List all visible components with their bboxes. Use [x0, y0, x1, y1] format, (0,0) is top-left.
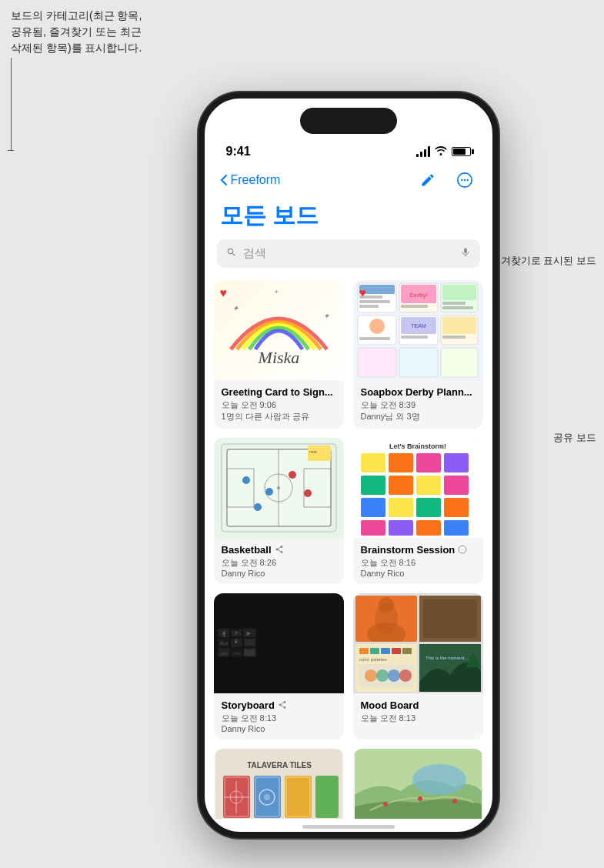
search-icon	[226, 247, 237, 260]
svg-rect-32	[399, 348, 438, 377]
svg-point-93	[379, 597, 394, 613]
board-subtitle-greeting: 1명의 다른 사람과 공유	[222, 411, 336, 422]
svg-rect-20	[442, 306, 473, 309]
svg-text:TEAM: TEAM	[411, 323, 426, 329]
svg-point-127	[418, 796, 422, 801]
svg-text:✦: ✦	[273, 289, 279, 295]
svg-rect-52	[361, 476, 385, 495]
svg-point-22	[369, 319, 385, 334]
svg-point-64	[459, 546, 466, 553]
svg-point-41	[242, 476, 250, 484]
board-thumbnail-storyboard	[214, 593, 344, 693]
home-indicator	[205, 819, 492, 832]
svg-text:Miska: Miska	[257, 348, 299, 367]
svg-rect-57	[389, 498, 413, 517]
svg-point-106	[388, 669, 400, 682]
board-info-storyboard: Storyboard 오늘 오전 8:13 Danny Rico	[214, 693, 344, 739]
board-thumbnail-greeting: ♥ Miska ✦ ✦ ✦	[214, 280, 344, 380]
phone-frame: 9:41 Freeform	[199, 92, 499, 838]
svg-point-126	[383, 802, 388, 806]
svg-rect-30	[442, 336, 466, 339]
board-info-greeting: Greeting Card to Sign... 오늘 오전 9:06 1명의 …	[214, 380, 344, 429]
svg-rect-69	[218, 638, 229, 646]
svg-rect-33	[441, 348, 478, 377]
annotation-top: 보드의 카테고리(최근 항목, 공유됨, 즐겨찾기 또는 최근 삭제된 항목)를…	[0, 0, 185, 64]
board-card-moodboard[interactable]: color palettes Thi	[353, 593, 483, 739]
board-info-moodboard: Mood Board 오늘 오전 8:13	[353, 693, 483, 730]
board-card-brainstorm[interactable]: Let's Brainstorm!	[353, 438, 483, 584]
svg-rect-88	[244, 639, 255, 646]
svg-point-120	[264, 794, 270, 800]
svg-rect-81	[232, 630, 242, 636]
board-subtitle-brainstorm: Danny Rico	[361, 569, 476, 578]
boards-scroll-area[interactable]: ♥ Miska ✦ ✦ ✦	[205, 280, 492, 819]
favorite-icon-greeting: ♥	[220, 286, 228, 300]
search-placeholder: 검색	[243, 246, 454, 261]
status-time: 9:41	[226, 145, 251, 159]
svg-point-128	[452, 799, 457, 803]
svg-rect-101	[402, 648, 412, 654]
board-title-moodboard: Mood Board	[361, 699, 419, 711]
svg-rect-98	[370, 648, 379, 654]
search-bar[interactable]: 검색	[217, 239, 480, 268]
svg-rect-48	[361, 453, 385, 472]
svg-rect-51	[444, 453, 469, 472]
board-card-soapbox[interactable]: ♥ Derby!	[353, 280, 483, 429]
svg-rect-100	[392, 648, 401, 654]
compose-button[interactable]	[415, 168, 440, 192]
favorite-icon-soapbox: ♥	[359, 286, 367, 300]
svg-rect-121	[285, 776, 312, 818]
annotation-favorite: 즐겨찾기로 표시된 보드	[491, 254, 596, 268]
board-grid: ♥ Miska ✦ ✦ ✦	[205, 280, 492, 739]
board-thumbnail-basketball: note	[214, 438, 344, 538]
svg-rect-95	[423, 599, 477, 638]
svg-rect-23	[359, 337, 390, 340]
board-card-map[interactable]	[353, 749, 483, 819]
svg-point-107	[399, 669, 412, 682]
board-date-basketball: 오늘 오전 8:26	[222, 557, 336, 569]
svg-point-45	[304, 489, 312, 497]
board-info-basketball: Basketball 오늘 오전 8:26 Danny Rico	[214, 538, 344, 584]
svg-text:color palettes: color palettes	[359, 657, 387, 662]
nav-back-label: Freeform	[231, 173, 281, 187]
board-title-basketball: Basketball	[222, 544, 272, 556]
share-icon-storyboard	[278, 700, 287, 711]
board-card-basketball[interactable]: note Basketball 오늘 오전 8:26 Danny Rico	[214, 438, 344, 584]
board-card-talavera[interactable]: TALAVERA TILES	[214, 749, 344, 819]
svg-rect-19	[442, 302, 466, 305]
board-date-brainstorm: 오늘 오전 8:16	[361, 557, 476, 569]
svg-text:✦: ✦	[232, 304, 239, 312]
board-card-greeting[interactable]: ♥ Miska ✦ ✦ ✦	[214, 280, 344, 429]
dynamic-island	[300, 108, 397, 134]
svg-rect-53	[389, 476, 413, 495]
svg-rect-50	[416, 453, 441, 472]
board-date-moodboard: 오늘 오전 8:13	[361, 713, 476, 724]
svg-rect-12	[359, 305, 379, 308]
svg-point-104	[365, 669, 377, 682]
svg-rect-97	[359, 648, 369, 654]
nav-back-button[interactable]: Freeform	[220, 173, 281, 187]
svg-point-1	[461, 179, 462, 181]
more-button[interactable]	[452, 168, 477, 192]
annotation-shared: 공유 보드	[553, 431, 596, 445]
svg-rect-27	[401, 336, 428, 339]
bottom-row: TALAVERA TILES	[205, 749, 492, 819]
board-title-storyboard: Storyboard	[222, 699, 275, 711]
board-date-greeting: 오늘 오전 9:06	[222, 399, 336, 411]
board-card-storyboard[interactable]: Storyboard 오늘 오전 8:13 Danny Rico	[214, 593, 344, 739]
mic-icon[interactable]	[460, 245, 471, 262]
board-info-soapbox: Soapbox Derby Plann... 오늘 오전 8:39 Danny님…	[353, 380, 483, 429]
svg-text:Derby!: Derby!	[409, 292, 428, 299]
board-date-storyboard: 오늘 오전 8:13	[222, 713, 336, 724]
svg-point-105	[376, 669, 389, 682]
battery-icon	[452, 147, 471, 156]
svg-rect-55	[444, 476, 469, 495]
svg-text:note: note	[309, 449, 317, 454]
page-title: 모든 보드	[205, 199, 492, 239]
svg-rect-60	[361, 520, 385, 536]
svg-rect-29	[442, 317, 476, 334]
svg-rect-31	[358, 348, 396, 377]
status-icons	[416, 145, 471, 158]
svg-point-42	[265, 488, 273, 496]
share-icon-basketball	[275, 545, 284, 556]
